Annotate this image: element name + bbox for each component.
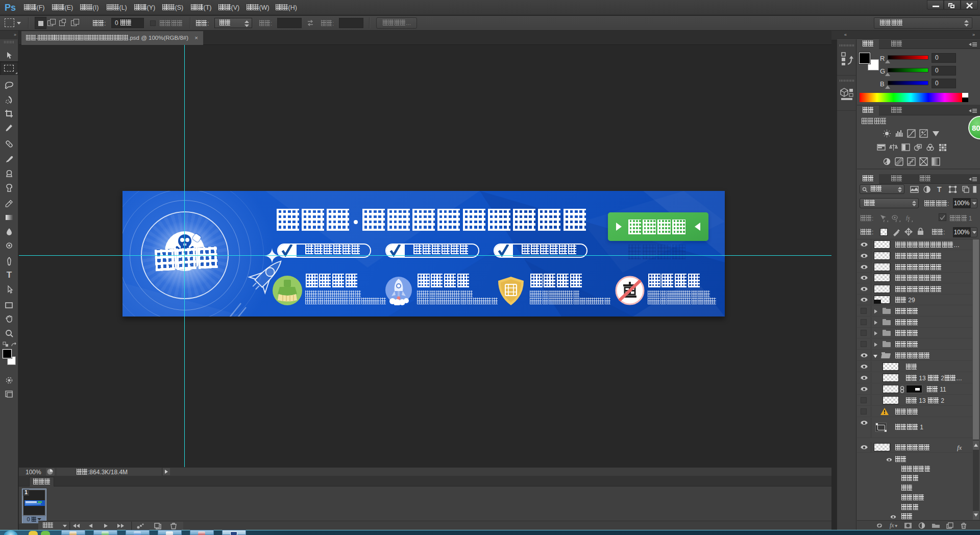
svg-text:T: T [937, 186, 942, 193]
svg-text:fx: fx [906, 214, 910, 221]
